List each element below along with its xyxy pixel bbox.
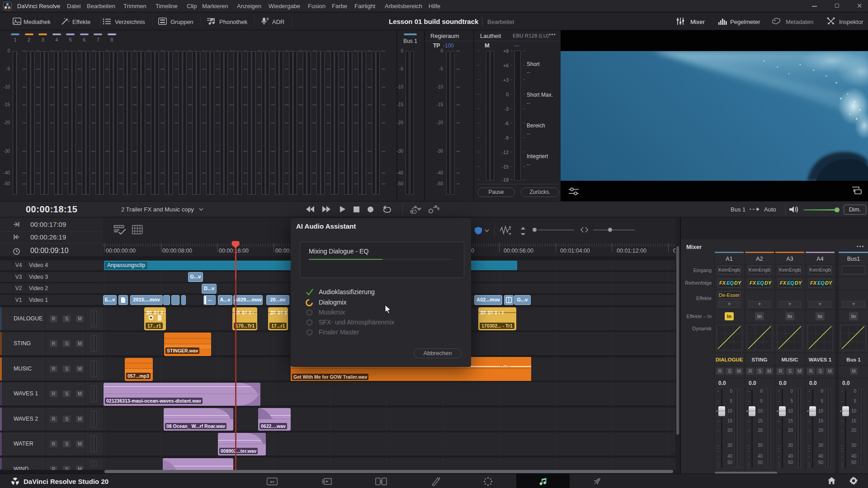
svg-text:AV: AV (270, 480, 275, 484)
